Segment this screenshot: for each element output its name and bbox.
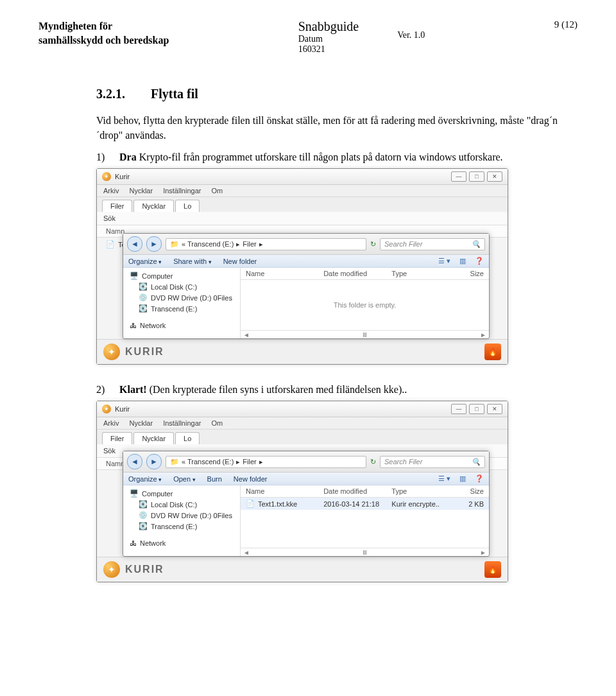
kurir-tabs: Filer Nycklar Lo [97,197,508,212]
tab-nycklar[interactable]: Nycklar [133,432,174,444]
col-type[interactable]: Type [386,485,450,497]
tree-local-disk[interactable]: 💽Local Disk (C:) [127,281,236,292]
kurir-footer: ✦ KURIR 🔥 [97,557,508,582]
tree-dvd[interactable]: 💿DVD RW Drive (D:) 0Files [127,292,236,303]
tab-lo[interactable]: Lo [175,200,200,212]
sok-label: Sök [103,214,116,222]
col-date[interactable]: Date modified [318,268,386,279]
menu-arkiv[interactable]: Arkiv [103,419,119,427]
forward-button[interactable]: ► [146,454,162,469]
back-button[interactable]: ◄ [127,454,142,469]
ver-label: Ver. 1.0 [397,30,425,40]
tree-computer[interactable]: 🖥️Computer [127,488,236,499]
window-controls: — □ ✕ [451,171,502,182]
org-line1: Myndigheten för [38,19,169,33]
network-icon: 🖧 [130,322,137,329]
maximize-button[interactable]: □ [469,404,484,414]
back-button[interactable]: ◄ [127,236,142,252]
org-line2: samhällsskydd och beredskap [38,33,169,48]
menu-nycklar[interactable]: Nycklar [129,419,153,427]
file-date: 2016-03-14 21:18 [318,498,386,510]
tree-network[interactable]: 🖧Network [127,320,236,331]
view-icon[interactable]: ☰ ▾ [438,474,450,483]
maximize-button[interactable]: □ [469,171,484,182]
tab-filer[interactable]: Filer [102,200,132,212]
toolbar-organize[interactable]: Organize [128,257,162,265]
minimize-button[interactable]: — [451,404,466,414]
file-name: Text1.txt.kke [258,500,297,508]
help-icon[interactable]: ❓ [475,474,484,483]
address-bar[interactable]: 📁 « Transcend (E:) ▸ Filer ▸ [166,456,366,468]
menu-om[interactable]: Om [211,187,223,195]
explorer-window-1: ◄ ► 📁 « Transcend (E:) ▸ Filer ▸ ↻ Searc… [123,233,490,339]
tree-local-disk[interactable]: 💽Local Disk (C:) [127,499,236,510]
minimize-button[interactable]: — [451,171,466,182]
step-1-text: Dra Krypto-fil från programmet utforskar… [119,152,503,163]
scrollbar-stub[interactable]: ◄Ⅲ► [241,548,489,556]
toolbar-share[interactable]: Share with [173,257,212,265]
fire-button[interactable]: 🔥 [484,344,501,360]
scrollbar-stub[interactable]: ◄Ⅲ► [241,330,489,338]
kurir-icon: ✦ [102,405,111,413]
explorer-tree: 🖥️Computer 💽Local Disk (C:) 💿DVD RW Driv… [123,268,241,338]
forward-button[interactable]: ► [146,236,162,252]
step-2-number: 2) [96,384,110,396]
toolbar-open[interactable]: Open [173,475,195,483]
toolbar-organize[interactable]: Organize [128,475,162,483]
step-1: 1) Dra Krypto-fil från programmet utfors… [96,152,578,163]
network-icon: 🖧 [130,539,137,547]
preview-icon[interactable]: ▥ [459,257,466,265]
toolbar-newfolder[interactable]: New folder [234,475,268,483]
kurir-logo-icon: ✦ [103,344,120,360]
computer-icon: 🖥️ [130,272,139,280]
refresh-icon[interactable]: ↻ [370,458,376,466]
preview-icon[interactable]: ▥ [459,474,466,483]
tab-nycklar[interactable]: Nycklar [133,200,174,212]
menu-nycklar[interactable]: Nycklar [129,187,153,195]
search-icon: 🔍 [472,240,481,248]
file-row[interactable]: 📄 Text1.txt.kke 2016-03-14 21:18 Kurir e… [241,498,489,510]
col-type[interactable]: Type [386,268,450,279]
menu-installningar[interactable]: Inställningar [163,419,201,427]
toolbar-burn[interactable]: Burn [207,475,222,483]
close-button[interactable]: ✕ [487,171,502,182]
kurir-titlebar-2: ✦ Kurir — □ ✕ [97,401,508,417]
tab-lo[interactable]: Lo [175,432,200,444]
organization-name: Myndigheten för samhällsskydd och bereds… [38,19,169,47]
toolbar-newfolder[interactable]: New folder [223,257,257,265]
drive-icon: 💽 [139,522,148,530]
col-name[interactable]: Name [241,268,318,279]
kurir-footer: ✦ KURIR 🔥 [97,339,508,364]
empty-folder-text: This folder is empty. [241,280,489,330]
col-name[interactable]: Name [241,485,318,497]
folder-icon: 📁 [170,458,179,466]
page-number: 9 (12) [554,19,578,30]
drive-icon: 💽 [139,304,148,313]
fire-button[interactable]: 🔥 [484,561,501,578]
search-input[interactable]: Search Filer 🔍 [380,238,485,250]
refresh-icon[interactable]: ↻ [370,240,376,248]
view-icon[interactable]: ☰ ▾ [438,257,450,265]
datum-value: 160321 [298,44,359,55]
section-heading: 3.2.1. Flytta fil [96,87,578,101]
tree-transcend[interactable]: 💽Transcend (E:) [127,303,236,314]
kurir-logo-text: KURIR [125,346,164,358]
col-size[interactable]: Size [450,268,489,279]
close-button[interactable]: ✕ [487,404,502,414]
tree-network[interactable]: 🖧Network [127,538,236,548]
tree-computer[interactable]: 🖥️Computer [127,270,236,281]
kurir-logo-text: KURIR [125,564,164,575]
tree-transcend[interactable]: 💽Transcend (E:) [127,521,236,532]
menu-om[interactable]: Om [211,419,223,427]
col-size[interactable]: Size [450,485,489,497]
tree-dvd[interactable]: 💿DVD RW Drive (D:) 0Files [127,510,236,521]
address-bar[interactable]: 📁 « Transcend (E:) ▸ Filer ▸ [166,238,366,250]
kurir-title: Kurir [115,405,130,413]
col-date[interactable]: Date modified [318,485,386,497]
menu-arkiv[interactable]: Arkiv [103,187,119,195]
tab-filer[interactable]: Filer [102,432,132,444]
menu-installningar[interactable]: Inställningar [163,187,201,195]
search-input[interactable]: Search Filer 🔍 [380,456,485,468]
doc-meta: Snabbguide Datum 160321 Ver. 1.0 [298,19,425,55]
help-icon[interactable]: ❓ [475,257,484,265]
